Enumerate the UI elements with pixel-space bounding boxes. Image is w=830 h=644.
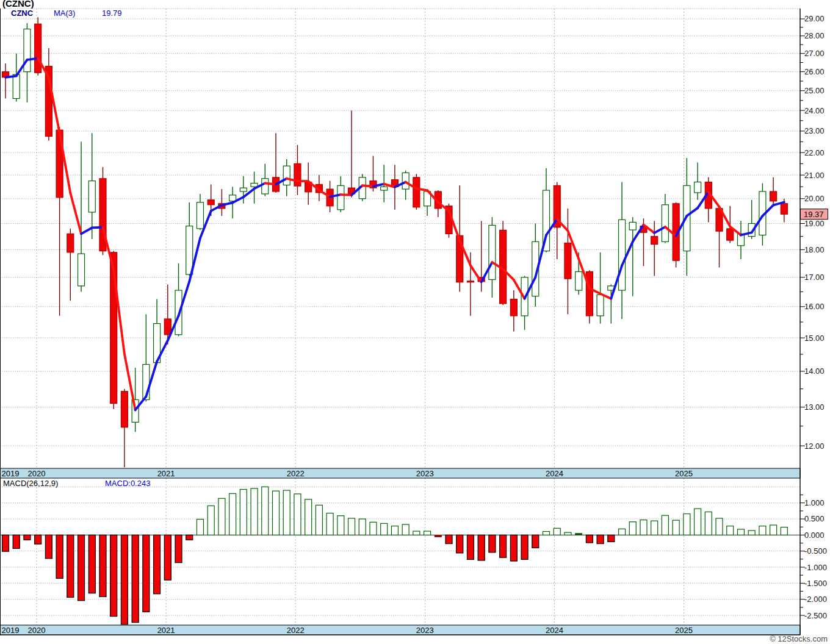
macd-bar [576,534,582,535]
macd-tick-label: 0.000 [804,531,825,540]
macd-bar [13,535,20,548]
candle [402,171,409,200]
candle [13,54,20,102]
macd-bar [662,515,668,535]
watermark: © 12Stocks.com [770,634,828,643]
stock-chart-page: 29.0028.0027.0026.0025.0024.0023.0022.00… [0,0,830,644]
price-tick-label: 18.00 [804,245,825,254]
macd-bar [359,519,366,535]
candle [175,263,182,337]
candle [619,182,626,318]
year-label: 2020 [28,626,46,635]
candle [348,110,355,198]
macd-bar [467,535,474,559]
price-tick-label: 12.00 [804,442,825,451]
candle [651,221,658,276]
macd-histogram [2,487,788,624]
macd-bar [370,522,377,535]
macd-bar [110,535,117,616]
price-tick-label: 22.00 [804,148,825,157]
year-label: 2024 [546,469,563,478]
macd-bar [154,535,161,593]
macd-bar [229,493,236,535]
candle [629,217,636,296]
macd-bar [35,535,42,544]
macd-bar [2,535,9,551]
macd-bar [651,521,658,535]
candle [500,221,507,305]
candle [716,207,723,268]
year-label: 2022 [287,626,305,635]
macd-bar [283,490,290,535]
macd-bar [684,514,690,535]
macd-bar [629,522,636,535]
macd-bar [446,535,452,543]
macd-bar [348,518,355,535]
macd-bar [543,532,550,535]
macd-bar [327,513,333,535]
candle [99,167,106,255]
price-tick-label: 23.00 [804,126,825,135]
macd-bar [218,498,225,535]
macd-bar [88,535,95,593]
candle [413,174,420,210]
candle [197,194,203,230]
macd-bar [597,535,604,543]
price-tick-label: 17.00 [804,273,825,282]
candle [67,229,74,301]
year-label: 2021 [157,626,175,635]
macd-bar [208,506,214,535]
year-label: 2024 [546,626,563,635]
macd-tick-label: 1.000 [804,498,825,507]
macd-tick-label: 0.500 [804,514,825,523]
legend-ma-label: MA(3) [54,9,75,18]
macd-bar [424,531,431,535]
macd-bar [164,535,171,580]
macd-bar [45,535,52,558]
macd-bar [251,488,258,535]
candle [597,252,604,324]
macd-bar [608,535,615,542]
price-tick-label: 29.00 [804,14,825,23]
candle [2,63,9,99]
macd-bar [197,519,203,535]
macd-bar [673,520,679,535]
price-tick-label: 24.00 [804,106,825,115]
macd-bar [695,509,701,535]
macd-legend-value: MACD:0.243 [105,479,150,488]
year-label: 2025 [675,469,693,478]
price-tick-label: 16.00 [804,302,825,311]
macd-bar [748,531,755,535]
macd-bar [521,535,528,559]
year-label: 2023 [416,469,434,478]
price-tick-label: 21.00 [804,171,825,180]
candle [586,270,593,323]
year-label: 2019 [2,469,20,478]
macd-bar [532,535,539,548]
macd-bar [402,524,409,535]
last-price-label: 19.37 [804,210,824,219]
macd-tick-label: -0.500 [804,546,827,556]
candle [770,177,777,206]
price-tick-label: 28.00 [804,31,825,40]
candle [705,177,712,223]
macd-tick-label: -2.500 [804,611,827,620]
macd-bar [586,535,593,543]
macd-bar [413,531,420,535]
cznc-chart-svg: 29.0028.0027.0026.0025.0024.0023.0022.00… [0,0,830,644]
macd-tick-label: -2.000 [804,595,827,604]
price-tick-label: 13.00 [804,402,825,412]
macd-bar [381,523,388,535]
macd-bar [716,518,723,535]
year-label: 2025 [675,626,693,635]
candle [737,221,744,259]
macd-bar [175,535,182,562]
macd-bar [56,535,63,578]
candle [695,163,701,200]
candle [262,163,269,196]
price-tick-label: 25.00 [804,86,825,95]
candle [186,202,193,276]
macd-bar [554,528,560,535]
macd-bar [759,526,766,535]
year-label: 2022 [287,469,305,478]
